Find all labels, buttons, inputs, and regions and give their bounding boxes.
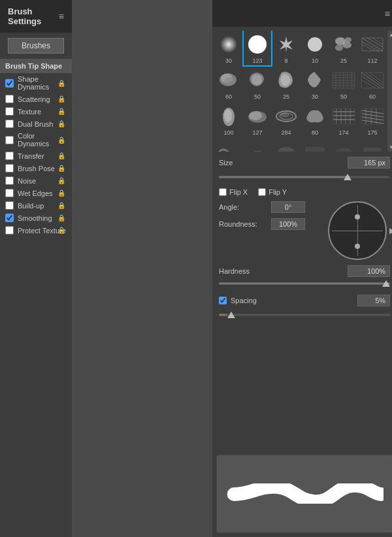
brush-item-build-up[interactable]: Build-up 🔒 bbox=[0, 199, 72, 212]
svg-line-51 bbox=[362, 114, 384, 117]
spacing-slider-thumb[interactable] bbox=[227, 312, 235, 318]
shape-dynamics-checkbox[interactable] bbox=[5, 79, 14, 88]
svg-line-12 bbox=[372, 38, 383, 44]
brush-item-texture[interactable]: Texture 🔒 bbox=[0, 105, 72, 118]
brush-num-60b: 60 bbox=[369, 93, 376, 100]
brush-item-brush-pose[interactable]: Brush Pose 🔒 bbox=[0, 162, 72, 174]
scroll-down-arrow[interactable]: ▼ bbox=[389, 144, 392, 150]
brush-num-60: 60 bbox=[225, 93, 232, 100]
brush-num-50b: 50 bbox=[340, 93, 347, 100]
menu-icon[interactable]: ≡ bbox=[59, 11, 64, 22]
angle-input[interactable] bbox=[271, 201, 305, 213]
flip-y-checkbox[interactable] bbox=[258, 188, 266, 196]
brush-cell-row4c[interactable] bbox=[272, 138, 300, 152]
brush-preview-row4c bbox=[274, 140, 299, 152]
brush-cell-row4b[interactable] bbox=[244, 138, 271, 152]
brush-item-protect-texture[interactable]: Protect Texture 🔒 bbox=[0, 224, 72, 236]
brush-item-dual-brush[interactable]: Dual Brush 🔒 bbox=[0, 118, 72, 130]
brush-cell-60b[interactable]: 60 bbox=[359, 67, 386, 101]
dual-brush-checkbox[interactable] bbox=[5, 120, 14, 128]
brush-pose-checkbox[interactable] bbox=[5, 164, 14, 172]
brush-cell-25b[interactable]: 25 bbox=[272, 67, 300, 101]
brush-num-127: 127 bbox=[253, 129, 263, 136]
brush-item-scattering[interactable]: Scattering 🔒 bbox=[0, 93, 72, 105]
flip-x-checkbox[interactable] bbox=[219, 188, 227, 196]
build-up-lock: 🔒 bbox=[57, 202, 65, 209]
right-header: ≡ bbox=[212, 0, 392, 27]
texture-label: Texture bbox=[18, 108, 41, 116]
brush-cell-row4e[interactable] bbox=[330, 138, 357, 152]
svg-point-0 bbox=[220, 36, 237, 53]
brush-cell-80[interactable]: 80 bbox=[301, 103, 329, 137]
brush-item-color-dynamics[interactable]: Color Dynamics 🔒 bbox=[0, 130, 72, 150]
brush-cell-30b[interactable]: 30 bbox=[301, 67, 329, 101]
brush-cell-175[interactable]: 175 bbox=[359, 103, 386, 137]
svg-point-1 bbox=[248, 35, 267, 54]
brush-grid-scrollbar[interactable]: ▲ ▼ bbox=[387, 31, 392, 152]
brush-preview-8 bbox=[274, 32, 299, 57]
size-input[interactable] bbox=[348, 157, 390, 169]
brush-cell-174[interactable]: 174 bbox=[330, 103, 357, 137]
hardness-slider-thumb[interactable] bbox=[382, 280, 390, 287]
brush-cell-8[interactable]: 8 bbox=[272, 31, 300, 65]
brush-preview-60 bbox=[216, 68, 241, 93]
brush-cell-25[interactable]: 25 bbox=[330, 31, 357, 65]
noise-checkbox[interactable] bbox=[5, 176, 14, 185]
brush-cell-30[interactable]: 30 bbox=[215, 31, 242, 65]
svg-line-53 bbox=[362, 120, 384, 123]
brush-cell-60[interactable]: 60 bbox=[215, 67, 242, 101]
brush-item-smoothing[interactable]: Smoothing 🔒 bbox=[0, 212, 72, 224]
brush-preview-row4e bbox=[331, 140, 356, 152]
brush-cell-112[interactable]: 112 bbox=[359, 31, 386, 65]
brush-item-noise[interactable]: Noise 🔒 bbox=[0, 174, 72, 187]
brush-cell-127[interactable]: 127 bbox=[244, 103, 271, 137]
size-slider-thumb[interactable] bbox=[344, 174, 351, 180]
spacing-slider[interactable] bbox=[219, 310, 390, 319]
wet-edges-label: Wet Edges bbox=[18, 189, 53, 197]
brush-cell-50[interactable]: 50 bbox=[244, 67, 271, 101]
spacing-label: Spacing bbox=[231, 297, 257, 304]
brush-item-shape-dynamics[interactable]: Shape Dynamics 🔒 bbox=[0, 73, 72, 93]
hardness-input[interactable] bbox=[348, 265, 390, 277]
texture-checkbox[interactable] bbox=[5, 107, 14, 116]
size-slider-fill bbox=[219, 176, 348, 178]
brush-tip-shape-header: Brush Tip Shape bbox=[0, 59, 72, 73]
scroll-up-arrow[interactable]: ▲ bbox=[389, 32, 392, 38]
brush-num-50a: 50 bbox=[254, 93, 261, 100]
right-menu-icon[interactable]: ≡ bbox=[385, 8, 390, 19]
protect-texture-checkbox[interactable] bbox=[5, 226, 14, 235]
brush-cell-100[interactable]: 100 bbox=[215, 103, 242, 137]
brush-cell-row4f[interactable] bbox=[359, 138, 386, 152]
brush-num-175: 175 bbox=[368, 129, 378, 136]
size-slider[interactable] bbox=[219, 172, 390, 182]
build-up-checkbox[interactable] bbox=[5, 201, 14, 210]
brushes-button[interactable]: Brushes bbox=[8, 38, 64, 54]
brush-cell-123[interactable]: 123 bbox=[244, 31, 271, 65]
color-dynamics-checkbox[interactable] bbox=[5, 136, 14, 144]
angle-row: Angle: bbox=[219, 201, 321, 213]
brush-cell-10[interactable]: 10 bbox=[301, 31, 329, 65]
transfer-checkbox[interactable] bbox=[5, 152, 14, 160]
smoothing-checkbox[interactable] bbox=[5, 214, 14, 222]
build-up-label: Build-up bbox=[18, 202, 44, 210]
angle-dial[interactable] bbox=[328, 201, 387, 260]
hardness-slider[interactable] bbox=[219, 279, 390, 288]
spacing-slider-track bbox=[219, 314, 390, 316]
brush-cell-50b[interactable]: 50 bbox=[330, 67, 357, 101]
scattering-checkbox[interactable] bbox=[5, 95, 14, 103]
brush-cell-284[interactable]: 284 bbox=[272, 103, 300, 137]
roundness-input[interactable] bbox=[271, 218, 305, 230]
brush-cell-row4d[interactable] bbox=[301, 138, 329, 152]
wet-edges-checkbox[interactable] bbox=[5, 189, 14, 197]
dial-arrow-right: ▶ bbox=[389, 226, 392, 235]
spacing-checkbox[interactable] bbox=[219, 297, 227, 304]
brush-preview-50b bbox=[331, 68, 356, 93]
brush-cell-row4a[interactable] bbox=[215, 138, 242, 152]
brush-item-wet-edges[interactable]: Wet Edges 🔒 bbox=[0, 187, 72, 199]
flip-x-item[interactable]: Flip X bbox=[219, 188, 248, 196]
brush-item-transfer[interactable]: Transfer 🔒 bbox=[0, 150, 72, 162]
spacing-input[interactable] bbox=[357, 295, 390, 306]
brush-num-112: 112 bbox=[368, 57, 378, 64]
brush-preview-112 bbox=[360, 32, 385, 57]
flip-y-item[interactable]: Flip Y bbox=[258, 188, 287, 196]
